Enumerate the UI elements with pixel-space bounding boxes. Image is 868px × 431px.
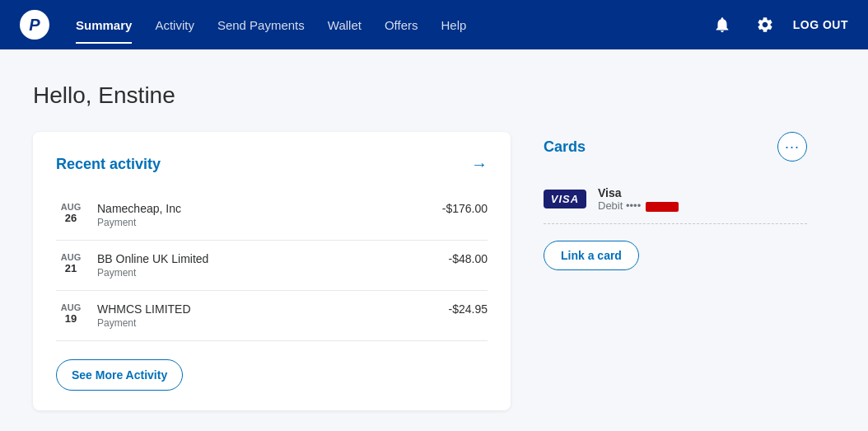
ellipsis-icon: ··· xyxy=(785,139,800,154)
visa-logo: VISA xyxy=(544,190,586,208)
nav-activity[interactable]: Activity xyxy=(145,12,204,39)
tx-amount: -$176.00 xyxy=(442,202,488,215)
content-row: Recent activity → AUG 26 Namecheap, Inc … xyxy=(33,132,835,410)
cards-panel: Cards ··· VISA Visa Debit •••• Link a ca… xyxy=(544,132,807,270)
nav-wallet[interactable]: Wallet xyxy=(318,12,371,39)
nav-links: Summary Activity Send Payments Wallet Of… xyxy=(66,12,707,39)
tx-details-3: WHMCS LIMITED Payment xyxy=(97,302,437,329)
tx-type: Payment xyxy=(97,317,437,329)
tx-type: Payment xyxy=(97,267,437,279)
tx-amount: -$48.00 xyxy=(449,252,488,265)
tx-type: Payment xyxy=(97,217,431,228)
card-info: Visa Debit •••• xyxy=(598,186,679,212)
tx-day: 21 xyxy=(56,262,86,274)
top-navigation: P Summary Activity Send Payments Wallet … xyxy=(0,0,868,49)
nav-offers[interactable]: Offers xyxy=(375,12,428,39)
nav-help[interactable]: Help xyxy=(432,12,477,39)
tx-date-3: AUG 19 xyxy=(56,302,86,325)
tx-details-1: Namecheap, Inc Payment xyxy=(97,202,431,228)
card-item: VISA Visa Debit •••• xyxy=(544,175,807,224)
main-content: Hello, Enstine Recent activity → AUG 26 … xyxy=(0,49,868,431)
tx-month: AUG xyxy=(56,202,86,212)
activity-title: Recent activity xyxy=(56,156,161,173)
tx-amount: -$24.95 xyxy=(449,302,488,316)
card-number: Debit •••• xyxy=(598,199,679,212)
notifications-button[interactable] xyxy=(707,10,737,40)
card-name: Visa xyxy=(598,186,679,199)
cards-header: Cards ··· xyxy=(544,132,807,162)
paypal-logo: P xyxy=(20,10,49,40)
link-card-button[interactable]: Link a card xyxy=(544,241,639,270)
tx-details-2: BB Online UK Limited Payment xyxy=(97,252,437,279)
activity-arrow-link[interactable]: → xyxy=(471,155,488,174)
tx-name: Namecheap, Inc xyxy=(97,202,431,215)
tx-name: WHMCS LIMITED xyxy=(97,302,437,316)
tx-month: AUG xyxy=(56,252,86,262)
cards-more-button[interactable]: ··· xyxy=(777,132,807,162)
greeting-heading: Hello, Enstine xyxy=(33,82,835,109)
table-row: AUG 21 BB Online UK Limited Payment -$48… xyxy=(56,241,488,291)
table-row: AUG 26 Namecheap, Inc Payment -$176.00 xyxy=(56,190,488,241)
nav-right-controls: LOG OUT xyxy=(707,10,848,40)
tx-name: BB Online UK Limited xyxy=(97,252,437,265)
nav-send-payments[interactable]: Send Payments xyxy=(208,12,315,39)
settings-button[interactable] xyxy=(750,10,780,40)
activity-header: Recent activity → xyxy=(56,155,488,174)
logout-button[interactable]: LOG OUT xyxy=(793,18,848,31)
logo-letter: P xyxy=(29,16,40,35)
gear-icon xyxy=(756,16,774,34)
tx-date-1: AUG 26 xyxy=(56,202,86,224)
redacted-card-number xyxy=(646,202,679,212)
nav-summary[interactable]: Summary xyxy=(66,12,142,39)
cards-title: Cards xyxy=(544,138,586,156)
tx-date-2: AUG 21 xyxy=(56,252,86,274)
tx-day: 19 xyxy=(56,312,86,325)
tx-month: AUG xyxy=(56,302,86,312)
see-more-activity-button[interactable]: See More Activity xyxy=(56,359,183,391)
table-row: AUG 19 WHMCS LIMITED Payment -$24.95 xyxy=(56,291,488,341)
tx-day: 26 xyxy=(56,212,86,224)
activity-card: Recent activity → AUG 26 Namecheap, Inc … xyxy=(33,132,511,410)
bell-icon xyxy=(713,16,731,34)
